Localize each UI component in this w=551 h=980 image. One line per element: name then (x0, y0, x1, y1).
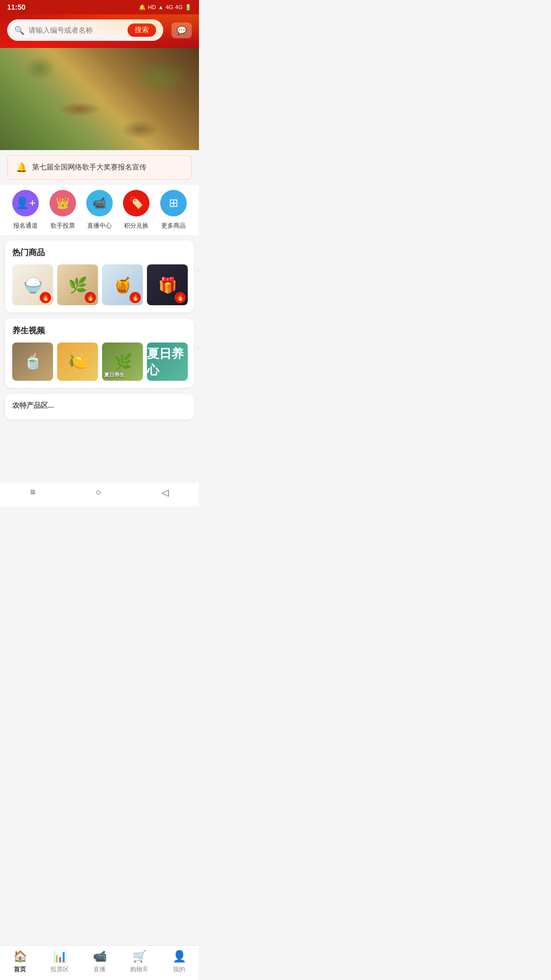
signal-4g-icon: 4G (166, 4, 173, 10)
ginseng-image (0, 48, 199, 150)
health-videos-title: 养生视频 (12, 326, 187, 336)
label-more: 更多商品 (160, 222, 187, 230)
points-icon: 🏷️ (130, 197, 143, 210)
live-icon: 📹 (92, 197, 106, 210)
search-input[interactable] (29, 26, 123, 34)
video-item-2[interactable]: 🍋 (57, 342, 98, 381)
label-register: 报名通道 (12, 222, 39, 230)
signal-4g2-icon: 4G (175, 4, 183, 10)
health-videos-section: 养生视频 🍵 🍋 🌿 夏日养生 (5, 318, 194, 388)
product-icon-3: 🍯 (113, 276, 132, 294)
video-item-4[interactable]: 夏日养心 (147, 342, 188, 381)
product-icon-2: 🌿 (68, 276, 87, 294)
next-section-partial: 农特产品区... (5, 394, 194, 420)
hd-icon: HD (148, 4, 156, 10)
search-icon: 🔍 (14, 26, 24, 35)
search-button[interactable]: 搜索 (128, 23, 156, 37)
vote-circle: 👑 (49, 190, 76, 216)
product-item-2[interactable]: 🌿 🔥 (57, 264, 98, 305)
hot-badge-1: 🔥 (40, 292, 51, 303)
category-register[interactable]: 👤+ (12, 190, 39, 216)
video-icon-1: 🍵 (23, 353, 42, 371)
product-item-3[interactable]: 🍯 🔥 (102, 264, 143, 305)
banner-image (0, 48, 199, 150)
register-circle: 👤+ (12, 190, 39, 216)
android-menu-button[interactable]: ≡ (20, 483, 46, 502)
vote-icon: 👑 (56, 197, 69, 210)
product-item-4[interactable]: 🎁 🔥 (147, 264, 188, 305)
message-icon[interactable]: 💬 (171, 22, 192, 38)
hot-products-row: 🍚 🔥 🌿 🔥 🍯 🔥 🎁 (12, 264, 187, 305)
notification-icon: 🔔 (139, 4, 146, 11)
video-item-3[interactable]: 🌿 夏日养生 (102, 342, 143, 381)
android-nav-bar: ≡ ○ ◁ (0, 482, 199, 506)
video-thumb-content-2: 🍋 (57, 342, 98, 381)
label-points: 积分兑换 (123, 222, 149, 230)
video-icon-3: 🌿 (113, 353, 132, 371)
more-products-button[interactable]: ··· (194, 264, 199, 275)
category-live[interactable]: 📹 (86, 190, 113, 216)
wifi-icon: ▲ (158, 4, 164, 10)
hot-products-section: 热门商品 🍚 🔥 🌿 🔥 🍯 🔥 (5, 240, 194, 312)
category-icons-row: 👤+ 👑 📹 🏷️ ⊞ (7, 190, 192, 216)
video-icon-4: 夏日养心 (147, 346, 188, 378)
header: 🔍 搜索 💬 (0, 14, 199, 48)
points-circle: 🏷️ (123, 190, 149, 216)
video-thumb-content-4: 夏日养心 (147, 342, 188, 381)
hot-products-title: 热门商品 (12, 248, 187, 258)
video-overlay-3: 夏日养生 (104, 372, 141, 379)
more-icon: ⊞ (169, 197, 178, 210)
categories-section: 👤+ 👑 📹 🏷️ ⊞ (0, 185, 199, 235)
notification-bar[interactable]: 🔔 第七届全国网络歌手大奖赛报名宣传 (7, 155, 192, 180)
status-icons: 🔔 HD ▲ 4G 4G 🔋 (139, 4, 192, 11)
hot-badge-3: 🔥 (130, 292, 141, 303)
battery-icon: 🔋 (185, 4, 192, 11)
product-icon-1: 🍚 (23, 276, 42, 294)
more-videos-button[interactable]: ··· (194, 342, 199, 353)
health-videos-row: 🍵 🍋 🌿 夏日养生 夏日养心 (12, 342, 187, 381)
video-item-1[interactable]: 🍵 (12, 342, 53, 381)
notification-text: 第七届全国网络歌手大奖赛报名宣传 (32, 163, 183, 172)
more-circle: ⊞ (160, 190, 187, 216)
android-home-button[interactable]: ○ (86, 483, 112, 502)
live-circle: 📹 (86, 190, 113, 216)
video-thumb-content-1: 🍵 (12, 342, 53, 381)
category-vote[interactable]: 👑 (49, 190, 76, 216)
next-section-title: 农特产品区... (12, 401, 187, 410)
hot-badge-2: 🔥 (85, 292, 96, 303)
product-item-1[interactable]: 🍚 🔥 (12, 264, 53, 305)
status-time: 11:50 (7, 3, 26, 11)
status-bar: 11:50 🔔 HD ▲ 4G 4G 🔋 (0, 0, 199, 14)
category-points[interactable]: 🏷️ (123, 190, 149, 216)
video-icon-2: 🍋 (68, 353, 87, 371)
search-bar: 🔍 搜索 (7, 19, 163, 41)
register-icon: 👤+ (15, 197, 36, 210)
bell-icon: 🔔 (16, 162, 27, 173)
label-vote: 歌手投票 (49, 222, 76, 230)
label-live: 直播中心 (86, 222, 113, 230)
android-back-button[interactable]: ◁ (152, 483, 179, 502)
product-icon-4: 🎁 (158, 276, 177, 294)
category-labels-row: 报名通道 歌手投票 直播中心 积分兑换 更多商品 (7, 222, 192, 230)
category-more-products[interactable]: ⊞ (160, 190, 187, 216)
hot-badge-4: 🔥 (174, 292, 186, 303)
